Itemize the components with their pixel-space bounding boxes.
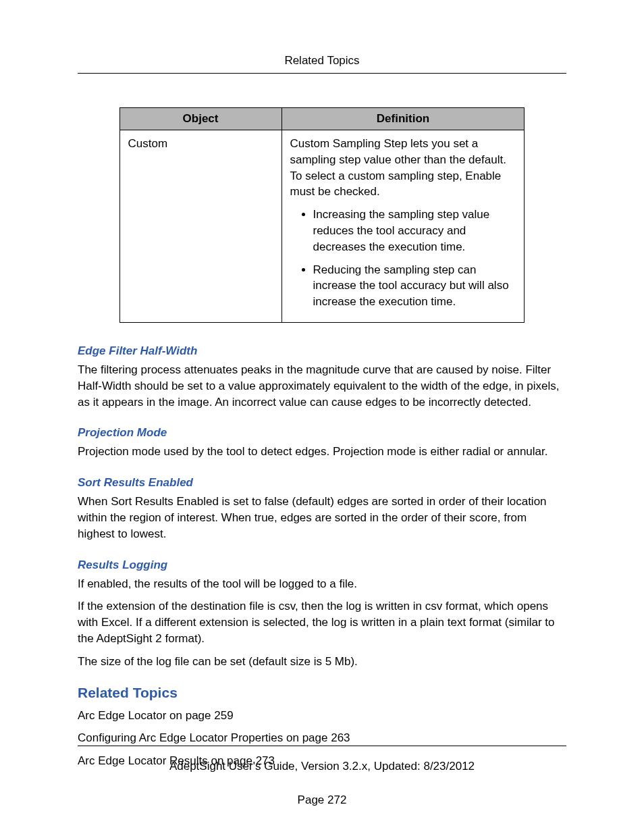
header-rule (78, 73, 566, 74)
list-item: Reducing the sampling step can increase … (313, 262, 516, 310)
subheading-results-logging: Results Logging (78, 558, 566, 572)
body-text: The size of the log file can be set (def… (78, 654, 566, 670)
cell-definition: Custom Sampling Step lets you set a samp… (281, 130, 525, 323)
body-text: When Sort Results Enabled is set to fals… (78, 494, 566, 542)
page-footer: AdeptSight User's Guide, Version 3.2.x, … (78, 746, 566, 807)
related-topics-heading: Related Topics (78, 685, 566, 701)
definition-intro: Custom Sampling Step lets you set a samp… (290, 136, 516, 200)
subheading-projection-mode: Projection Mode (78, 426, 566, 440)
list-item: Increasing the sampling step value reduc… (313, 207, 516, 255)
body-text: Projection mode used by the tool to dete… (78, 444, 566, 460)
document-page: Related Topics Object Definition Custom … (0, 0, 644, 834)
footer-rule (78, 746, 566, 746)
col-header-object: Object (119, 108, 281, 130)
running-header: Related Topics (78, 54, 566, 68)
body-text: If the extension of the destination file… (78, 598, 566, 646)
col-header-definition: Definition (281, 108, 525, 130)
related-topic-link[interactable]: Configuring Arc Edge Locator Properties … (78, 730, 566, 746)
subheading-sort-results: Sort Results Enabled (78, 476, 566, 490)
footer-guide-info: AdeptSight User's Guide, Version 3.2.x, … (78, 760, 566, 773)
definition-table: Object Definition Custom Custom Sampling… (119, 107, 525, 323)
related-topic-link[interactable]: Arc Edge Locator on page 259 (78, 708, 566, 724)
definition-bullets: Increasing the sampling step value reduc… (290, 207, 516, 310)
table-header-row: Object Definition (119, 108, 525, 130)
subheading-edge-filter: Edge Filter Half-Width (78, 344, 566, 358)
cell-object: Custom (119, 130, 281, 323)
body-text: If enabled, the results of the tool will… (78, 576, 566, 592)
footer-page-number: Page 272 (78, 793, 566, 807)
body-text: The filtering process attenuates peaks i… (78, 362, 566, 410)
table-row: Custom Custom Sampling Step lets you set… (119, 130, 525, 323)
